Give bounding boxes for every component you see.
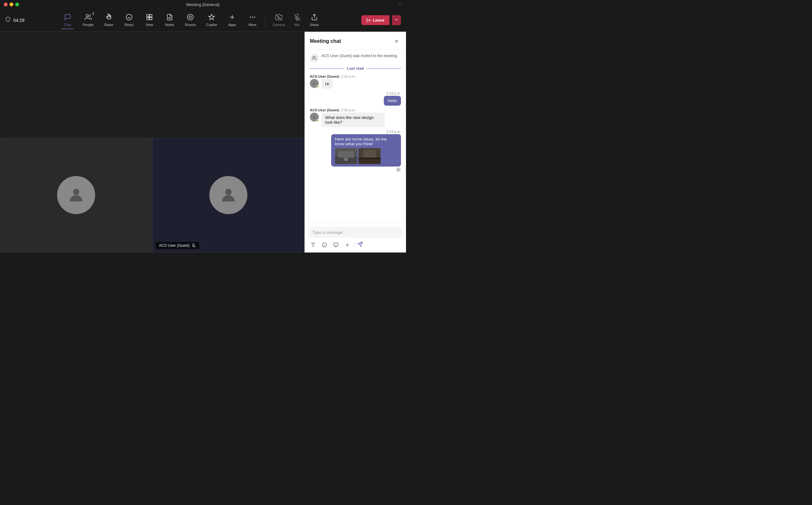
local-avatar — [57, 176, 95, 214]
view-icon — [146, 14, 153, 22]
send-button[interactable] — [357, 241, 363, 249]
system-message: ACS User (Guest) was invited to the meet… — [310, 54, 401, 62]
msg-time-3: 2:24 p.m. — [341, 108, 356, 112]
camera-icon — [275, 14, 282, 22]
svg-point-24 — [73, 189, 79, 195]
title-bar: Meeting (General) ··· — [0, 0, 406, 9]
format-button[interactable] — [309, 240, 318, 249]
system-message-text: ACS User (Guest) was invited to the meet… — [321, 54, 398, 58]
chat-label: Chat — [64, 23, 71, 27]
svg-point-0 — [86, 15, 88, 17]
msg-avatar-3 — [310, 113, 319, 122]
svg-point-30 — [314, 82, 315, 83]
raise-icon — [105, 14, 112, 22]
toolbar-btn-people[interactable]: 2 People — [78, 12, 98, 28]
gif-button[interactable] — [332, 240, 340, 249]
chat-icon — [64, 14, 71, 22]
window-title: Meeting (General) — [187, 2, 220, 7]
chat-input-box[interactable]: Type a message... — [309, 227, 402, 238]
leave-label: Leave — [373, 18, 384, 22]
message-group-2: 2:23 p.m. Hello — [310, 92, 401, 106]
video-bottom-area: ACS User (Guest) — [0, 138, 304, 252]
apps-label: Apps — [228, 23, 236, 27]
reaction-button[interactable]: ⊕ — [396, 167, 401, 172]
toolbar-btn-apps[interactable]: Apps — [222, 12, 242, 28]
minimize-button[interactable] — [9, 3, 13, 6]
notes-label: Notes — [165, 23, 174, 27]
maximize-button[interactable] — [15, 3, 19, 6]
traffic-lights — [4, 3, 19, 6]
svg-marker-12 — [209, 14, 214, 20]
message-group-4: 2:24 p.m. Here are some ideas, let me kn… — [310, 130, 401, 173]
msg-sender-1: ACS User (Guest) — [310, 74, 339, 78]
chat-input-area: Type a message... — [305, 223, 406, 252]
toolbar-btn-mic[interactable]: Mic — [289, 12, 305, 28]
divider-line-left — [310, 68, 345, 69]
toolbar-btn-copilot[interactable]: Copilot — [201, 12, 222, 28]
emoji-button[interactable] — [320, 240, 329, 249]
toolbar-btn-notes[interactable]: Notes — [160, 12, 180, 28]
message-group-3: ACS User (Guest) 2:24 p.m. What does the… — [310, 108, 401, 127]
divider-line-right — [366, 68, 401, 69]
msg-bubble-2: Hello — [384, 96, 401, 106]
image-thumb-1[interactable] — [335, 148, 357, 164]
svg-rect-4 — [147, 15, 149, 17]
image-thumb-2[interactable] — [359, 148, 381, 164]
toolbar-center: Chat 2 People Raise — [43, 12, 338, 28]
toolbar-btn-rooms[interactable]: Rooms — [180, 12, 201, 28]
leave-chevron-button[interactable] — [392, 15, 401, 25]
msg-time-1: 2:23 p.m. — [341, 74, 356, 78]
toolbar-btn-chat[interactable]: Chat — [57, 12, 78, 28]
camera-label: Camera — [272, 23, 285, 27]
chat-panel: Meeting chat ACS User — [304, 32, 406, 252]
svg-point-10 — [187, 14, 193, 20]
msg-row-1: Hi — [310, 79, 401, 89]
toolbar-btn-raise[interactable]: Raise — [98, 12, 119, 28]
chat-close-button[interactable] — [392, 37, 401, 46]
last-read-divider: Last read — [310, 66, 401, 71]
notes-icon — [166, 14, 173, 22]
chat-messages: ACS User (Guest) was invited to the meet… — [305, 50, 406, 223]
close-button[interactable] — [4, 3, 8, 6]
toolbar-btn-view[interactable]: View — [139, 12, 160, 28]
toolbar-right: Leave — [338, 15, 401, 25]
people-label: People — [83, 23, 93, 27]
chat-header: Meeting chat — [305, 32, 406, 50]
svg-rect-38 — [363, 150, 376, 158]
rooms-label: Rooms — [185, 23, 196, 27]
toolbar-btn-camera[interactable]: Camera — [268, 12, 289, 28]
chat-input-placeholder: Type a message... — [313, 230, 346, 235]
svg-rect-39 — [359, 158, 381, 159]
svg-point-1 — [126, 14, 132, 20]
video-tile-guest: ACS User (Guest) — [152, 138, 304, 252]
toolbar-divider — [265, 14, 265, 27]
last-read-label: Last read — [347, 66, 364, 71]
msg-avatar-1 — [310, 79, 319, 88]
svg-point-15 — [250, 17, 251, 17]
title-bar-more-icon[interactable]: ··· — [398, 2, 402, 7]
mic-label: Mic — [295, 23, 300, 27]
svg-point-16 — [252, 17, 253, 17]
copilot-label: Copilot — [206, 23, 217, 27]
leave-button[interactable]: Leave — [361, 15, 390, 25]
attach-button[interactable] — [343, 240, 352, 249]
toolbar-btn-share[interactable]: Share — [305, 12, 323, 28]
svg-rect-45 — [334, 243, 338, 246]
msg-time-4: 2:24 p.m. — [386, 130, 401, 134]
apps-icon — [229, 14, 236, 22]
msg-bubble-1: Hi — [321, 79, 333, 89]
msg-sender-3: ACS User (Guest) — [310, 108, 339, 112]
toolbar-btn-more[interactable]: More — [242, 12, 263, 28]
copilot-icon — [208, 14, 215, 22]
react-label: React — [124, 23, 134, 27]
toolbar: 04:29 Chat 2 People — [0, 9, 406, 32]
toolbar-btn-react[interactable]: React — [119, 12, 139, 28]
more-icon — [249, 14, 256, 22]
svg-point-42 — [322, 243, 327, 247]
message-group-1: ACS User (Guest) 2:23 p.m. Hi — [310, 74, 401, 89]
svg-point-17 — [254, 17, 255, 17]
shield-icon — [5, 16, 11, 24]
svg-line-18 — [275, 14, 282, 20]
mic-icon — [294, 14, 301, 22]
toolbar-left: 04:29 — [5, 16, 43, 24]
